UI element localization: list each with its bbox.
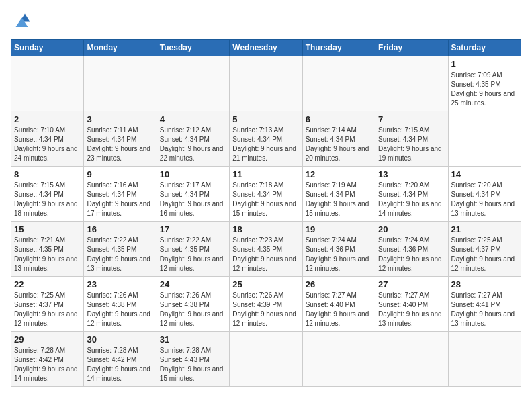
empty-cell xyxy=(230,56,302,111)
calendar-week-6: 29Sunrise: 7:28 AMSunset: 4:42 PMDayligh… xyxy=(11,332,521,387)
calendar-week-5: 22Sunrise: 7:25 AMSunset: 4:37 PMDayligh… xyxy=(11,277,521,332)
day-info: Sunrise: 7:28 AMSunset: 4:43 PMDaylight:… xyxy=(160,347,224,382)
main-container: SundayMondayTuesdayWednesdayThursdayFrid… xyxy=(0,0,532,392)
day-info: Sunrise: 7:11 AMSunset: 4:34 PMDaylight:… xyxy=(87,126,150,162)
empty-cell xyxy=(157,56,229,111)
day-number: 11 xyxy=(232,169,299,179)
day-info: Sunrise: 7:13 AMSunset: 4:34 PMDaylight:… xyxy=(232,126,296,162)
calendar-day-10: 10Sunrise: 7:17 AMSunset: 4:34 PMDayligh… xyxy=(157,167,229,222)
day-info: Sunrise: 7:27 AMSunset: 4:40 PMDaylight:… xyxy=(306,291,369,327)
day-number: 28 xyxy=(451,279,518,289)
day-info: Sunrise: 7:15 AMSunset: 4:34 PMDaylight:… xyxy=(378,126,442,162)
calendar-week-4: 15Sunrise: 7:21 AMSunset: 4:35 PMDayligh… xyxy=(11,222,521,277)
day-info: Sunrise: 7:16 AMSunset: 4:34 PMDaylight:… xyxy=(87,181,150,217)
calendar-day-4: 4Sunrise: 7:12 AMSunset: 4:34 PMDaylight… xyxy=(157,111,229,167)
day-info: Sunrise: 7:28 AMSunset: 4:42 PMDaylight:… xyxy=(14,347,78,382)
calendar-day-11: 11Sunrise: 7:18 AMSunset: 4:34 PMDayligh… xyxy=(230,167,302,222)
calendar-week-2: 2Sunrise: 7:10 AMSunset: 4:34 PMDaylight… xyxy=(11,111,521,167)
calendar-header-row: SundayMondayTuesdayWednesdayThursdayFrid… xyxy=(11,40,521,56)
day-number: 22 xyxy=(14,279,81,289)
day-info: Sunrise: 7:27 AMSunset: 4:41 PMDaylight:… xyxy=(451,291,515,327)
day-info: Sunrise: 7:24 AMSunset: 4:36 PMDaylight:… xyxy=(378,236,442,272)
day-info: Sunrise: 7:26 AMSunset: 4:39 PMDaylight:… xyxy=(232,291,296,327)
empty-cell xyxy=(375,332,448,387)
day-number: 24 xyxy=(160,279,226,289)
calendar-header-saturday: Saturday xyxy=(448,40,521,56)
calendar-day-21: 21Sunrise: 7:25 AMSunset: 4:37 PMDayligh… xyxy=(448,222,521,277)
day-number: 4 xyxy=(160,114,226,124)
calendar-day-19: 19Sunrise: 7:24 AMSunset: 4:36 PMDayligh… xyxy=(302,222,375,277)
day-number: 8 xyxy=(14,169,81,179)
day-info: Sunrise: 7:22 AMSunset: 4:35 PMDaylight:… xyxy=(87,236,150,272)
day-number: 31 xyxy=(160,334,226,345)
calendar-header-wednesday: Wednesday xyxy=(230,40,302,56)
calendar-table: SundayMondayTuesdayWednesdayThursdayFrid… xyxy=(11,39,521,387)
calendar-day-22: 22Sunrise: 7:25 AMSunset: 4:37 PMDayligh… xyxy=(11,277,84,332)
day-info: Sunrise: 7:09 AMSunset: 4:35 PMDaylight:… xyxy=(451,71,515,107)
empty-cell xyxy=(230,332,302,387)
calendar-day-8: 8Sunrise: 7:15 AMSunset: 4:34 PMDaylight… xyxy=(11,167,84,222)
calendar-day-6: 6Sunrise: 7:14 AMSunset: 4:34 PMDaylight… xyxy=(302,111,375,167)
day-info: Sunrise: 7:12 AMSunset: 4:34 PMDaylight:… xyxy=(160,126,224,162)
header xyxy=(11,11,521,31)
calendar-header-tuesday: Tuesday xyxy=(157,40,229,56)
calendar-day-3: 3Sunrise: 7:11 AMSunset: 4:34 PMDaylight… xyxy=(84,111,157,167)
calendar-header-sunday: Sunday xyxy=(11,40,84,56)
calendar-week-3: 8Sunrise: 7:15 AMSunset: 4:34 PMDaylight… xyxy=(11,167,521,222)
day-info: Sunrise: 7:15 AMSunset: 4:34 PMDaylight:… xyxy=(14,181,78,217)
calendar-day-2: 2Sunrise: 7:10 AMSunset: 4:34 PMDaylight… xyxy=(11,111,84,167)
day-info: Sunrise: 7:20 AMSunset: 4:34 PMDaylight:… xyxy=(451,181,515,217)
day-number: 5 xyxy=(232,114,299,124)
day-number: 17 xyxy=(160,224,226,234)
logo-icon xyxy=(11,11,31,31)
day-info: Sunrise: 7:18 AMSunset: 4:34 PMDaylight:… xyxy=(232,181,296,217)
calendar-header-thursday: Thursday xyxy=(302,40,375,56)
calendar-day-16: 16Sunrise: 7:22 AMSunset: 4:35 PMDayligh… xyxy=(84,222,157,277)
day-number: 1 xyxy=(451,59,518,69)
empty-cell xyxy=(11,56,84,111)
day-number: 21 xyxy=(451,224,518,234)
calendar-day-18: 18Sunrise: 7:23 AMSunset: 4:35 PMDayligh… xyxy=(230,222,302,277)
day-number: 15 xyxy=(14,224,81,234)
calendar-day-17: 17Sunrise: 7:22 AMSunset: 4:35 PMDayligh… xyxy=(157,222,229,277)
empty-cell xyxy=(448,332,521,387)
calendar-day-29: 29Sunrise: 7:28 AMSunset: 4:42 PMDayligh… xyxy=(11,332,84,387)
day-info: Sunrise: 7:26 AMSunset: 4:38 PMDaylight:… xyxy=(87,291,150,327)
day-number: 9 xyxy=(87,169,153,179)
day-info: Sunrise: 7:25 AMSunset: 4:37 PMDaylight:… xyxy=(14,291,78,327)
calendar-day-31: 31Sunrise: 7:28 AMSunset: 4:43 PMDayligh… xyxy=(157,332,229,387)
day-number: 14 xyxy=(451,169,518,179)
calendar-day-7: 7Sunrise: 7:15 AMSunset: 4:34 PMDaylight… xyxy=(375,111,448,167)
day-number: 18 xyxy=(232,224,299,234)
calendar-day-5: 5Sunrise: 7:13 AMSunset: 4:34 PMDaylight… xyxy=(230,111,302,167)
day-number: 3 xyxy=(87,114,153,124)
calendar-day-20: 20Sunrise: 7:24 AMSunset: 4:36 PMDayligh… xyxy=(375,222,448,277)
calendar-day-24: 24Sunrise: 7:26 AMSunset: 4:38 PMDayligh… xyxy=(157,277,229,332)
calendar-day-26: 26Sunrise: 7:27 AMSunset: 4:40 PMDayligh… xyxy=(302,277,375,332)
day-info: Sunrise: 7:26 AMSunset: 4:38 PMDaylight:… xyxy=(160,291,224,327)
day-number: 16 xyxy=(87,224,153,234)
day-info: Sunrise: 7:27 AMSunset: 4:40 PMDaylight:… xyxy=(378,291,442,327)
day-info: Sunrise: 7:21 AMSunset: 4:35 PMDaylight:… xyxy=(14,236,78,272)
day-info: Sunrise: 7:22 AMSunset: 4:35 PMDaylight:… xyxy=(160,236,224,272)
day-info: Sunrise: 7:20 AMSunset: 4:34 PMDaylight:… xyxy=(378,181,442,217)
day-number: 13 xyxy=(378,169,445,179)
day-number: 2 xyxy=(14,114,81,124)
day-number: 19 xyxy=(306,224,372,234)
day-number: 7 xyxy=(378,114,445,124)
calendar-day-1: 1Sunrise: 7:09 AMSunset: 4:35 PMDaylight… xyxy=(448,56,521,111)
day-number: 20 xyxy=(378,224,445,234)
day-info: Sunrise: 7:25 AMSunset: 4:37 PMDaylight:… xyxy=(451,236,515,272)
calendar-day-12: 12Sunrise: 7:19 AMSunset: 4:34 PMDayligh… xyxy=(302,167,375,222)
calendar-day-14: 14Sunrise: 7:20 AMSunset: 4:34 PMDayligh… xyxy=(448,167,521,222)
day-info: Sunrise: 7:17 AMSunset: 4:34 PMDaylight:… xyxy=(160,181,224,217)
empty-cell xyxy=(375,56,448,111)
day-number: 23 xyxy=(87,279,153,289)
calendar-day-15: 15Sunrise: 7:21 AMSunset: 4:35 PMDayligh… xyxy=(11,222,84,277)
day-number: 29 xyxy=(14,334,81,345)
day-info: Sunrise: 7:23 AMSunset: 4:35 PMDaylight:… xyxy=(232,236,296,272)
empty-cell xyxy=(84,56,157,111)
calendar-day-27: 27Sunrise: 7:27 AMSunset: 4:40 PMDayligh… xyxy=(375,277,448,332)
empty-cell xyxy=(302,332,375,387)
calendar-header-friday: Friday xyxy=(375,40,448,56)
